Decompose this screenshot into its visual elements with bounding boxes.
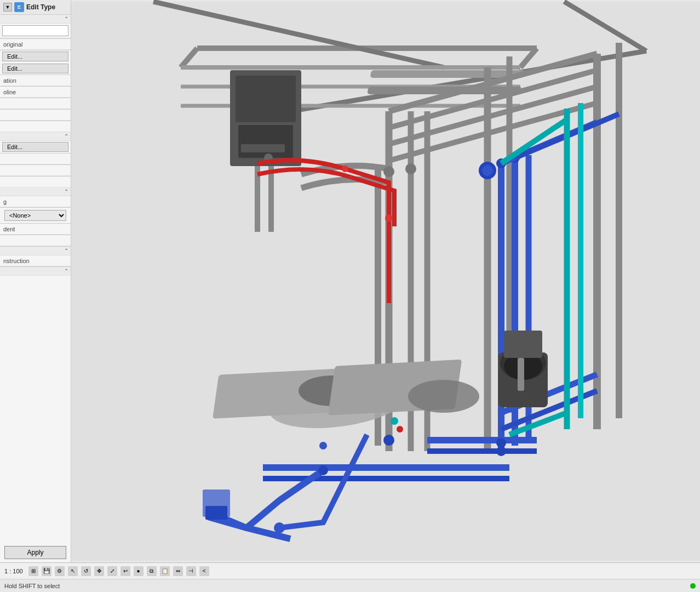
- settings-icon[interactable]: ⚙: [55, 566, 65, 576]
- prop-row-empty7: [0, 235, 71, 246]
- prop-row-empty3: [0, 121, 71, 132]
- section-collapse-3[interactable]: ⌃: [0, 187, 71, 196]
- svg-rect-15: [236, 76, 296, 122]
- edit-button-2[interactable]: Edit...: [2, 64, 68, 73]
- prop-row-g: g: [0, 196, 71, 207]
- svg-point-48: [408, 380, 479, 413]
- status-green-dot: [690, 583, 696, 589]
- label-oline: oline: [3, 89, 16, 95]
- svg-point-34: [318, 465, 328, 475]
- prop-row-nstruction: nstruction: [0, 255, 71, 266]
- divider-2: [0, 50, 71, 50]
- prop-row-oline: oline: [0, 87, 71, 98]
- svg-point-58: [383, 435, 394, 446]
- scale-text: 1 : 100: [4, 568, 23, 574]
- svg-point-57: [405, 163, 416, 174]
- split-icon[interactable]: ⊣: [186, 566, 196, 576]
- svg-rect-52: [504, 331, 542, 358]
- section-collapse-top[interactable]: ⌃: [0, 15, 71, 24]
- svg-point-59: [496, 438, 506, 448]
- paste-icon[interactable]: 📋: [160, 566, 170, 576]
- edit-button-3[interactable]: Edit...: [2, 142, 68, 152]
- prop-row-empty2: [0, 110, 71, 121]
- prop-row-dent: dent: [0, 224, 71, 235]
- search-input[interactable]: [2, 25, 68, 36]
- hint-text: Hold SHIFT to select: [4, 583, 60, 589]
- panel-collapse-button[interactable]: ▼: [3, 3, 12, 12]
- svg-rect-17: [241, 144, 285, 152]
- label-nstruction: nstruction: [3, 258, 30, 264]
- label-original: original: [3, 41, 22, 48]
- svg-point-38: [342, 166, 348, 172]
- bottom-hint-bar: Hold SHIFT to select: [0, 579, 700, 592]
- section-collapse-5[interactable]: ⌃: [0, 267, 71, 276]
- svg-point-62: [319, 442, 327, 449]
- search-box: [0, 24, 71, 38]
- svg-point-61: [397, 426, 403, 432]
- svg-point-39: [385, 214, 393, 222]
- undo-icon[interactable]: ↩: [121, 566, 130, 576]
- panel-header: ▼ E Edit Type: [0, 0, 71, 15]
- section-collapse-2[interactable]: ⌃: [0, 132, 71, 141]
- mirror-icon[interactable]: ⇔: [173, 566, 183, 576]
- prop-row-empty6: [0, 177, 71, 187]
- left-panel: ▼ E Edit Type ⌃ original Edit... Edit...…: [0, 0, 71, 562]
- label-g: g: [3, 198, 7, 205]
- prop-row-empty1: [0, 98, 71, 109]
- rotate-icon[interactable]: ↺: [81, 566, 91, 576]
- svg-point-60: [391, 417, 398, 425]
- section-collapse-4[interactable]: ⌃: [0, 247, 71, 255]
- viewport[interactable]: [71, 0, 700, 562]
- panel-icon: E: [14, 2, 24, 12]
- collapse-icon-2: ⌃: [64, 133, 68, 139]
- status-bar: 1 : 100 ⊞ 💾 ⚙ ↖ ↺ ✥ ⤢ ↩ ● ⧉ 📋 ⇔ ⊣ <: [0, 562, 700, 579]
- collapse-icon-4: ⌃: [64, 248, 68, 254]
- none-dropdown[interactable]: <None>: [4, 210, 66, 221]
- svg-rect-20: [268, 166, 274, 232]
- more-icon[interactable]: <: [199, 566, 209, 576]
- collapse-icon-5: ⌃: [64, 268, 68, 274]
- prop-row-empty4: [0, 153, 71, 164]
- panel-title: Edit Type: [26, 3, 55, 11]
- copy-icon[interactable]: ⧉: [147, 566, 157, 576]
- collapse-icon-3: ⌃: [64, 189, 68, 195]
- svg-rect-16: [238, 125, 293, 158]
- collapse-icon: ⌃: [64, 16, 68, 22]
- edit-button-1[interactable]: Edit...: [2, 52, 68, 61]
- point-icon[interactable]: ●: [134, 566, 144, 576]
- label-dent: dent: [3, 226, 15, 232]
- svg-rect-12: [370, 70, 524, 78]
- main-area: ▼ E Edit Type ⌃ original Edit... Edit...…: [0, 0, 700, 562]
- apply-button[interactable]: Apply: [4, 546, 66, 559]
- move-icon[interactable]: ✥: [94, 566, 104, 576]
- svg-rect-53: [518, 358, 524, 391]
- select-icon[interactable]: ↖: [68, 566, 78, 576]
- svg-point-56: [383, 166, 394, 177]
- svg-rect-36: [205, 506, 227, 520]
- prop-row-empty5: [0, 165, 71, 176]
- label-ation: ation: [3, 77, 16, 84]
- scale-tool-icon[interactable]: ⤢: [107, 566, 117, 576]
- save-icon[interactable]: 💾: [42, 566, 51, 576]
- grid-icon[interactable]: ⊞: [28, 566, 38, 576]
- prop-row-original: original: [0, 39, 71, 50]
- svg-point-55: [482, 165, 493, 176]
- scene-svg: [71, 0, 700, 562]
- prop-row-ation: ation: [0, 75, 71, 86]
